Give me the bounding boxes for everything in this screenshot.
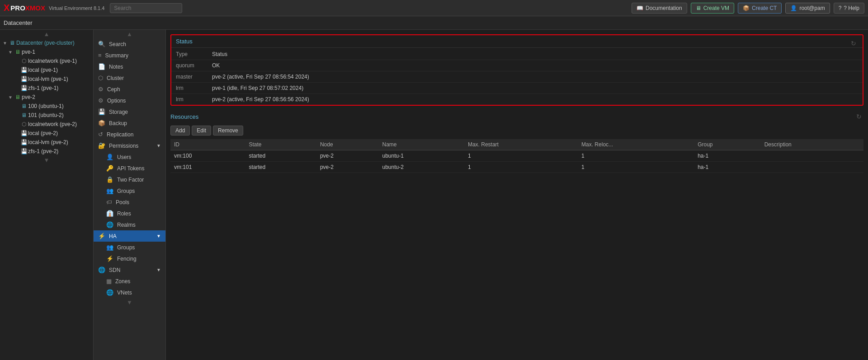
documentation-button[interactable]: 📖 Documentation: [632, 3, 687, 14]
sidebar-item-local-pve2[interactable]: 💾 local (pve-2): [0, 129, 93, 138]
sidebar-item-locallvm-pve1[interactable]: 💾 local-lvm (pve-1): [0, 75, 93, 84]
nav-item-ceph[interactable]: ⚙ Ceph: [94, 84, 165, 95]
resource-actions: Add Edit Remove: [170, 126, 863, 136]
nav-section-sdn[interactable]: 🌐 SDN ▼: [94, 264, 165, 276]
local-pve2-label: local (pve-2): [28, 130, 90, 136]
nav-section-permissions[interactable]: 🔐 Permissions ▼: [94, 140, 165, 151]
nav-item-search[interactable]: 🔍 Search: [94, 38, 165, 50]
nav-sub-item-realms[interactable]: 🌐 Realms: [94, 219, 165, 230]
add-resource-button[interactable]: Add: [170, 126, 190, 136]
groups-nav-label: Groups: [117, 188, 135, 194]
nav-sub-item-api-tokens[interactable]: 🔑 API Tokens: [94, 163, 165, 174]
sidebar-item-localnetwork-pve2[interactable]: ⬡ localnetwork (pve-2): [0, 120, 93, 129]
sidebar-item-zfs1-pve1[interactable]: 💾 zfs-1 (pve-1): [0, 84, 93, 93]
nav-sub-item-zones[interactable]: ▦ Zones: [94, 276, 165, 287]
nav-item-replication[interactable]: ↺ Replication: [94, 129, 165, 140]
logo-text: PRO: [10, 4, 25, 12]
status-row-master: master pve-2 (active, Fri Sep 27 08:56:5…: [171, 71, 863, 83]
app-version: Virtual Environment 8.1.4: [49, 5, 104, 11]
sidebar-item-localnetwork-pve1[interactable]: ⬡ localnetwork (pve-1): [0, 56, 93, 65]
sidebar-item-zfs1-pve2[interactable]: 💾 zfs-1 (pve-2): [0, 147, 93, 156]
resources-refresh-icon[interactable]: ↻: [854, 111, 863, 122]
nav-sub-item-roles[interactable]: 👔 Roles: [94, 208, 165, 219]
remove-resource-button[interactable]: Remove: [213, 126, 243, 136]
resources-title: Resources: [170, 113, 198, 120]
local-pve1-icon: 💾: [20, 67, 28, 73]
localnetwork-pve2-icon: ⬡: [20, 121, 28, 127]
api-tokens-nav-icon: 🔑: [106, 165, 113, 172]
status-row-type: Type Status: [171, 49, 863, 60]
edit-resource-button[interactable]: Edit: [192, 126, 211, 136]
create-ct-button[interactable]: 📦 Create CT: [738, 3, 782, 14]
row-description: [761, 162, 863, 173]
ha-nav-label: HA: [109, 233, 117, 239]
ceph-nav-icon: ⚙: [98, 86, 104, 93]
nav-item-options[interactable]: ⚙ Options: [94, 95, 165, 106]
navpanel-scroll-up[interactable]: ▲: [94, 30, 165, 38]
localnetwork-pve1-icon: ⬡: [20, 58, 28, 64]
col-max-reloc: Max. Reloc...: [578, 139, 694, 150]
roles-nav-icon: 👔: [106, 210, 113, 217]
search-input[interactable]: [110, 3, 182, 13]
storage-nav-icon: 💾: [98, 108, 105, 115]
nav-item-storage[interactable]: 💾 Storage: [94, 106, 165, 117]
sidebar-item-locallvm-pve2[interactable]: 💾 local-lvm (pve-2): [0, 138, 93, 147]
resources-panel: Resources ↻ Add Edit Remove ID State Nod…: [170, 111, 863, 173]
row-id: vm:100: [170, 150, 245, 162]
vnets-nav-label: VNets: [117, 290, 132, 296]
row-max-reloc: 1: [578, 150, 694, 162]
nav-item-backup[interactable]: 📦 Backup: [94, 117, 165, 129]
sidebar-item-pve2[interactable]: ▼ 🖥 pve-2: [0, 93, 93, 102]
table-row[interactable]: vm:101 started pve-2 ubuntu-2 1 1 ha-1: [170, 162, 863, 173]
local-pve1-label: local (pve-1): [28, 67, 90, 73]
table-row[interactable]: vm:100 started pve-2 ubuntu-1 1 1 ha-1: [170, 150, 863, 162]
user-menu-button[interactable]: 👤 root@pam: [785, 3, 830, 14]
zones-nav-label: Zones: [115, 278, 130, 285]
nav-item-summary[interactable]: ≡ Summary: [94, 50, 165, 61]
fencing-nav-icon: ⚡: [106, 255, 113, 262]
two-factor-nav-label: Two Factor: [117, 177, 144, 183]
nav-sub-item-fencing[interactable]: ⚡ Fencing: [94, 253, 165, 264]
nav-sub-item-pools[interactable]: 🏷 Pools: [94, 196, 165, 208]
status-row-lrm2: lrm pve-2 (active, Fri Sep 27 08:56:56 2…: [171, 94, 863, 105]
row-node: pve-2: [316, 162, 379, 173]
page-title: Datacenter: [4, 19, 33, 26]
users-nav-icon: 👤: [106, 154, 113, 160]
locallvm-pve2-icon: 💾: [20, 139, 28, 145]
status-val-lrm1: pve-1 (idle, Fri Sep 27 08:57:02 2024): [208, 83, 863, 94]
zfs1-pve2-icon: 💾: [20, 148, 28, 154]
nav-item-notes[interactable]: 📄 Notes: [94, 61, 165, 72]
nav-sub-item-users[interactable]: 👤 Users: [94, 151, 165, 163]
datacenter-label: Datacenter (pve-cluster): [16, 40, 90, 46]
resources-header: Resources ↻: [170, 111, 863, 122]
nav-item-cluster[interactable]: ⬡ Cluster: [94, 72, 165, 84]
row-group: ha-1: [694, 150, 761, 162]
nav-sub-item-vnets[interactable]: 🌐 VNets: [94, 287, 165, 298]
sidebar-item-100[interactable]: 🖥 100 (ubuntu-1): [0, 102, 93, 111]
navpanel-scroll-down[interactable]: ▼: [94, 298, 165, 307]
row-name: ubuntu-1: [379, 150, 464, 162]
api-tokens-nav-label: API Tokens: [117, 165, 144, 172]
nav-sub-item-ha-groups[interactable]: 👥 Groups: [94, 242, 165, 253]
storage-nav-label: Storage: [109, 109, 128, 115]
create-vm-button[interactable]: 🖥 Create VM: [691, 3, 734, 14]
sidebar-scroll-down[interactable]: ▼: [0, 156, 93, 164]
pve2-icon: 🖥: [14, 94, 22, 100]
help-button[interactable]: ? ? Help: [834, 3, 864, 14]
sidebar-item-datacenter[interactable]: ▼ 🖥 Datacenter (pve-cluster): [0, 38, 93, 47]
status-refresh-icon[interactable]: ↻: [849, 38, 858, 49]
datacenter-arrow-icon: ▼: [3, 41, 8, 46]
sidebar-scroll-up[interactable]: ▲: [0, 30, 93, 38]
summary-nav-icon: ≡: [98, 52, 102, 59]
local-pve2-icon: 💾: [20, 130, 28, 136]
sidebar-item-101[interactable]: 🖥 101 (ubuntu-2): [0, 111, 93, 120]
secondbar: Datacenter: [0, 16, 868, 30]
nav-section-ha[interactable]: ⚡ HA ▼: [94, 230, 165, 242]
col-id: ID: [170, 139, 245, 150]
status-panel: Status ↻ Type Status quorum OK master pv…: [170, 34, 863, 106]
nav-sub-item-groups[interactable]: 👥 Groups: [94, 185, 165, 196]
row-state: started: [245, 150, 316, 162]
sidebar-item-pve1[interactable]: ▼ 🖥 pve-1: [0, 47, 93, 56]
sidebar-item-local-pve1[interactable]: 💾 local (pve-1): [0, 65, 93, 75]
nav-sub-item-two-factor[interactable]: 🔒 Two Factor: [94, 174, 165, 185]
